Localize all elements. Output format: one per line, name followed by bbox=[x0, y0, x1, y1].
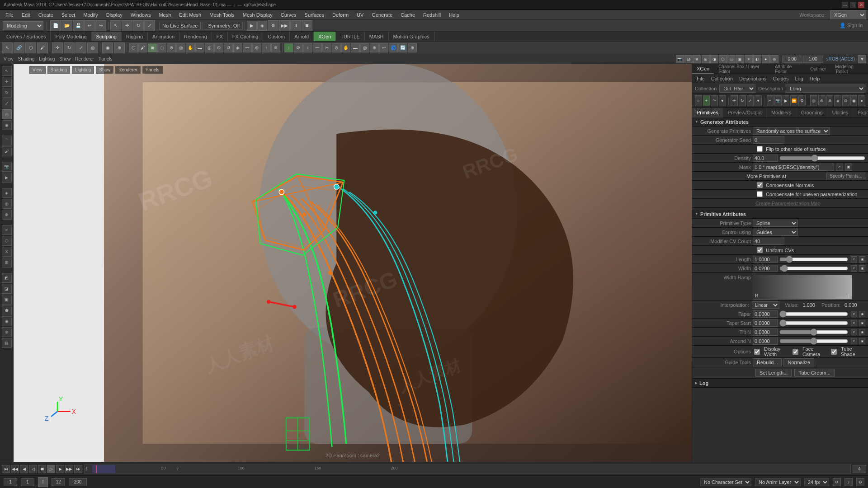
rebuild-btn[interactable]: Rebuild... bbox=[753, 358, 782, 366]
menu-redshill[interactable]: Redshill bbox=[420, 10, 444, 20]
camera-fit-btn[interactable]: 📷 bbox=[676, 55, 684, 63]
menu-uv[interactable]: UV bbox=[353, 10, 367, 20]
select-comp-btn[interactable]: ⬡ bbox=[25, 42, 36, 53]
xgen-icon-sphere[interactable]: ○ bbox=[695, 95, 702, 106]
xgen-menu-file[interactable]: File bbox=[694, 75, 708, 82]
sidebar-isolate-icon[interactable]: ⊕ bbox=[2, 210, 12, 220]
sidebar-xgen-btn6[interactable]: ⊗ bbox=[2, 327, 12, 337]
sidebar-xgen-btn1[interactable]: ◩ bbox=[2, 273, 12, 283]
select-obj-btn[interactable]: ↖ bbox=[2, 42, 13, 53]
shading-overlay-btn[interactable]: Shading bbox=[47, 66, 71, 74]
part-hair-btn[interactable]: ⊘ bbox=[332, 43, 341, 52]
menu-edit-mesh[interactable]: Edit Mesh bbox=[175, 10, 205, 20]
amplify-btn[interactable]: ↑ bbox=[262, 43, 271, 52]
sidebar-xgen-btn5[interactable]: ◉ bbox=[2, 316, 12, 326]
sidebar-bookmark-icon[interactable]: ⊞ bbox=[2, 258, 12, 267]
create-param-map-link[interactable]: Create Parameterization Map bbox=[755, 201, 821, 206]
around-n-slider[interactable] bbox=[779, 338, 848, 344]
tab-turtle[interactable]: TURTLE bbox=[336, 32, 365, 42]
length-expr-btn[interactable]: e bbox=[851, 256, 857, 263]
next-frame-btn[interactable]: ▶ bbox=[56, 465, 64, 473]
tab-curves-surfaces[interactable]: Curves / Surfaces bbox=[2, 32, 51, 42]
end-frame-input[interactable] bbox=[69, 478, 87, 486]
sculpt-btn[interactable]: ◙ bbox=[148, 43, 157, 52]
minimize-button[interactable]: — bbox=[842, 2, 848, 8]
subtab-expressions[interactable]: Expressions bbox=[853, 108, 868, 117]
description-select[interactable]: Long bbox=[786, 84, 865, 93]
prev-frame-btn[interactable]: ◀ bbox=[20, 465, 28, 473]
play-back-btn[interactable]: ◁ bbox=[29, 465, 37, 473]
move-tool-btn[interactable]: ✛ bbox=[122, 20, 132, 31]
around-n-map-btn[interactable]: ▣ bbox=[859, 338, 865, 344]
mode-selector[interactable]: Modeling bbox=[3, 21, 43, 30]
generator-section-header[interactable]: ▼ Generator Attributes bbox=[692, 117, 868, 127]
sidebar-camera-icon[interactable]: 📷 bbox=[2, 162, 12, 172]
pause-render-btn[interactable]: ⏸ bbox=[290, 20, 301, 31]
length-slider[interactable] bbox=[779, 257, 848, 262]
sidebar-lasso-icon[interactable]: ⌒ bbox=[2, 136, 12, 145]
sub-value1-input[interactable] bbox=[782, 56, 802, 63]
around-n-expr-btn[interactable]: e bbox=[851, 338, 857, 344]
taper-start-map-btn[interactable]: ▣ bbox=[859, 320, 865, 326]
new-scene-btn[interactable]: 📄 bbox=[50, 20, 61, 31]
stop-render-btn[interactable]: ⏹ bbox=[302, 20, 312, 31]
sidebar-show-all-icon[interactable]: ◈ bbox=[2, 188, 12, 198]
attract-btn[interactable]: ◎ bbox=[360, 43, 369, 52]
sidebar-rotate-icon[interactable]: ↻ bbox=[2, 88, 12, 98]
sidebar-xgen-btn7[interactable]: ▤ bbox=[2, 338, 12, 348]
xgen-menu-guides[interactable]: Guides bbox=[770, 75, 792, 82]
prev-key-btn[interactable]: ◀◀ bbox=[11, 465, 19, 473]
length-map-btn[interactable]: ▣ bbox=[859, 256, 865, 263]
pinch-btn[interactable]: ⊗ bbox=[167, 43, 176, 52]
menu-deform[interactable]: Deform bbox=[329, 10, 352, 20]
tube-groom-btn[interactable]: Tube Groom... bbox=[794, 369, 835, 377]
log-section-header[interactable]: ▶ Log bbox=[692, 379, 868, 388]
foamy-btn[interactable]: ◎ bbox=[205, 43, 214, 52]
xgen-icon-chevron-down[interactable]: ▼ bbox=[719, 95, 726, 106]
wire-shade-btn[interactable]: ⬡ bbox=[719, 55, 727, 63]
go-end-btn[interactable]: ⏭ bbox=[74, 465, 82, 473]
xgen-icon-snap1[interactable]: ◎ bbox=[810, 95, 817, 106]
menu-file[interactable]: File bbox=[2, 10, 17, 20]
sign-in-btn[interactable]: 👤 Sign In bbox=[837, 23, 865, 28]
xgen-icon-snap7[interactable]: ● bbox=[858, 95, 865, 106]
xgen-menu-descriptions[interactable]: Descriptions bbox=[736, 75, 769, 82]
start-frame-input[interactable] bbox=[4, 478, 17, 486]
current-frame-input[interactable] bbox=[853, 465, 866, 473]
sidebar-select-icon[interactable]: ↖ bbox=[2, 66, 12, 76]
view-mode-btn[interactable]: View bbox=[2, 55, 15, 63]
menu-display[interactable]: Display bbox=[103, 10, 126, 20]
sub-value2-input[interactable] bbox=[803, 56, 823, 63]
maximize-button[interactable]: □ bbox=[850, 2, 856, 8]
subtab-modifiers[interactable]: Modifiers bbox=[767, 108, 797, 117]
tab-xgen-panel[interactable]: XGen bbox=[692, 64, 714, 74]
sidebar-xgen-btn3[interactable]: ▣ bbox=[2, 295, 12, 305]
normalize-btn[interactable]: Normalize bbox=[783, 358, 814, 366]
uniform-cvs-checkbox[interactable] bbox=[757, 247, 763, 253]
timeline-bar[interactable]: 1 50 100 150 200 1 7 bbox=[84, 465, 851, 474]
smooth-btn[interactable]: ◎ bbox=[176, 43, 185, 52]
move-tool-2-btn[interactable]: ✛ bbox=[52, 42, 63, 53]
tab-modeling-toolkit[interactable]: Modeling Toolkit bbox=[830, 64, 868, 74]
bend-btn[interactable]: ↩ bbox=[379, 43, 388, 52]
taper-start-input[interactable] bbox=[753, 319, 778, 327]
subtab-primitives[interactable]: Primitives bbox=[692, 108, 723, 117]
xgen-icon-guide-rotate[interactable]: ↻ bbox=[739, 95, 746, 106]
frame-field[interactable] bbox=[52, 478, 65, 486]
undo-btn[interactable]: ↩ bbox=[84, 20, 95, 31]
lighting-mode-btn[interactable]: ☀ bbox=[745, 55, 753, 63]
paint-sel-btn[interactable]: 🖌 bbox=[37, 42, 48, 53]
twist-btn[interactable]: 🔄 bbox=[398, 43, 407, 52]
sidebar-soft-select-icon[interactable]: ◉ bbox=[2, 120, 12, 130]
sidebar-hide-icon[interactable]: ◎ bbox=[2, 199, 12, 209]
iso-toggle-btn[interactable]: ⊞ bbox=[702, 55, 710, 63]
subtab-utilities[interactable]: Utilities bbox=[828, 108, 853, 117]
open-scene-btn[interactable]: 📂 bbox=[61, 20, 72, 31]
taper-input[interactable] bbox=[753, 310, 778, 318]
grab-hair-btn[interactable]: ✋ bbox=[341, 43, 350, 52]
tilt-n-slider[interactable] bbox=[779, 329, 848, 335]
xgen-icon-cut[interactable]: ✂ bbox=[767, 95, 774, 106]
tab-rendering[interactable]: Rendering bbox=[179, 32, 212, 42]
sculpt-hair-btn[interactable]: ↕ bbox=[284, 43, 293, 52]
xgen-icon-guide-chevron[interactable]: ▼ bbox=[755, 95, 762, 106]
